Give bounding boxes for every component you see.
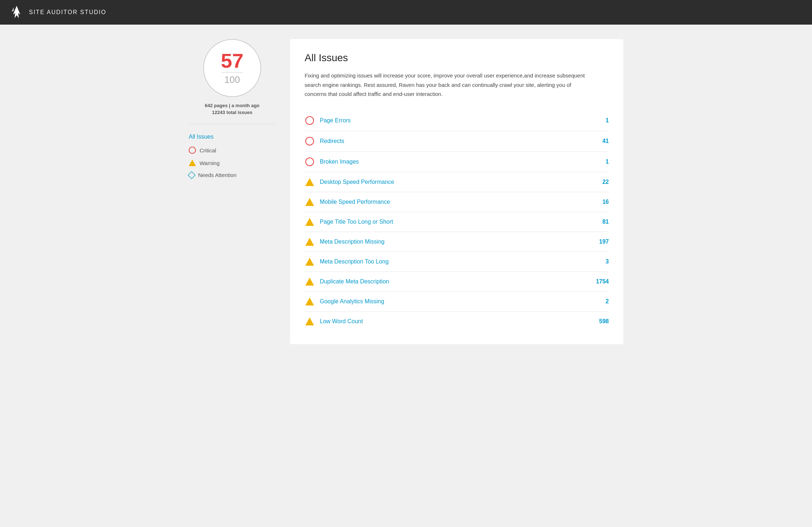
critical-issue-icon [305, 157, 314, 166]
issue-name: Mobile Speed Performance [320, 199, 586, 205]
warning-issue-icon [305, 258, 314, 266]
sidebar: 57 100 642 pages | a month ago 12243 tot… [189, 39, 276, 344]
issue-icon-wrap [305, 116, 315, 125]
score-circle: 57 100 [203, 39, 261, 97]
score-circle-container: 57 100 [189, 39, 276, 97]
sidebar-divider [189, 124, 276, 124]
issue-item[interactable]: Page Errors 1 [305, 110, 609, 131]
issue-name: Meta Description Too Long [320, 258, 586, 265]
nav-all-issues-label: All Issues [189, 134, 213, 140]
issue-icon-wrap [305, 218, 315, 226]
nav-critical[interactable]: Critical [189, 144, 276, 157]
main-content: All Issues Fixing and optimizing issues … [290, 39, 623, 344]
issue-count: 598 [591, 318, 609, 325]
issue-item[interactable]: Desktop Speed Performance 22 [305, 172, 609, 192]
issue-count: 81 [591, 219, 609, 225]
attention-icon [188, 171, 196, 179]
raven-logo-icon [9, 4, 25, 20]
page-description: Fixing and optimizing issues will increa… [305, 71, 587, 99]
issue-icon-wrap [305, 178, 315, 186]
nav-needs-attention[interactable]: Needs Attention [189, 169, 276, 181]
issue-icon-wrap [305, 317, 315, 325]
score-pages: 642 pages | a month ago [189, 103, 276, 108]
issue-item[interactable]: Mobile Speed Performance 16 [305, 192, 609, 212]
score-divider [221, 72, 243, 73]
score-current: 57 [221, 51, 243, 71]
issue-icon-wrap [305, 258, 315, 266]
issue-icon-wrap [305, 238, 315, 246]
nav-attention-label: Needs Attention [198, 172, 237, 178]
issue-name: Meta Description Missing [320, 239, 586, 245]
warning-issue-icon [305, 278, 314, 286]
nav-warning-label: Warning [200, 160, 219, 166]
issue-item[interactable]: Broken Images 1 [305, 152, 609, 172]
issue-count: 3 [591, 258, 609, 265]
issue-icon-wrap [305, 157, 315, 166]
issue-name: Broken Images [320, 159, 586, 165]
page-title: All Issues [305, 52, 609, 64]
issue-count: 22 [591, 179, 609, 185]
app-header: SITE AUDITOR STUDIO [0, 0, 812, 25]
issue-name: Desktop Speed Performance [320, 179, 586, 185]
logo-container: SITE AUDITOR STUDIO [9, 4, 106, 20]
issue-item[interactable]: Duplicate Meta Description 1754 [305, 272, 609, 292]
issue-icon-wrap [305, 298, 315, 305]
issue-item[interactable]: Low Word Count 598 [305, 312, 609, 331]
nav-critical-label: Critical [200, 147, 216, 153]
issue-item[interactable]: Meta Description Too Long 3 [305, 252, 609, 272]
issue-count: 197 [591, 239, 609, 245]
issue-icon-wrap [305, 278, 315, 286]
main-wrapper: 57 100 642 pages | a month ago 12243 tot… [0, 25, 812, 527]
warning-issue-icon [305, 218, 314, 226]
issue-count: 2 [591, 298, 609, 305]
issue-name: Google Analytics Missing [320, 298, 586, 305]
issue-item[interactable]: Meta Description Missing 197 [305, 232, 609, 252]
issue-item[interactable]: Google Analytics Missing 2 [305, 292, 609, 312]
issue-count: 41 [591, 138, 609, 144]
content-area: 57 100 642 pages | a month ago 12243 tot… [189, 39, 623, 344]
issue-icon-wrap [305, 137, 315, 146]
issue-count: 1754 [591, 278, 609, 285]
issue-count: 16 [591, 199, 609, 205]
warning-issue-icon [305, 317, 314, 325]
issue-item[interactable]: Redirects 41 [305, 131, 609, 152]
issue-item[interactable]: Page Title Too Long or Short 81 [305, 212, 609, 232]
warning-issue-icon [305, 198, 314, 206]
issue-icon-wrap [305, 198, 315, 206]
issue-name: Low Word Count [320, 318, 586, 325]
issue-name: Redirects [320, 138, 586, 144]
issue-count: 1 [591, 159, 609, 165]
warning-issue-icon [305, 238, 314, 246]
nav-all-issues[interactable]: All Issues [189, 130, 276, 144]
nav-warning[interactable]: Warning [189, 157, 276, 169]
score-meta: 642 pages | a month ago 12243 total issu… [189, 103, 276, 115]
score-issues-count: 12243 total issues [189, 110, 276, 115]
critical-icon [189, 147, 196, 154]
app-title: SITE AUDITOR STUDIO [29, 9, 106, 16]
svg-marker-1 [12, 7, 14, 12]
issue-name: Page Errors [320, 117, 586, 124]
svg-marker-0 [13, 6, 20, 18]
issue-name: Duplicate Meta Description [320, 278, 586, 285]
nav-menu: All Issues Critical Warning Needs Attent… [189, 130, 276, 181]
warning-icon [189, 160, 196, 166]
warning-issue-icon [305, 298, 314, 305]
issues-list: Page Errors 1 Redirects 41 Broken Images… [305, 110, 609, 331]
issue-count: 1 [591, 117, 609, 124]
score-total: 100 [224, 74, 240, 85]
warning-issue-icon [305, 178, 314, 186]
critical-issue-icon [305, 137, 314, 146]
critical-issue-icon [305, 116, 314, 125]
issue-name: Page Title Too Long or Short [320, 219, 586, 225]
